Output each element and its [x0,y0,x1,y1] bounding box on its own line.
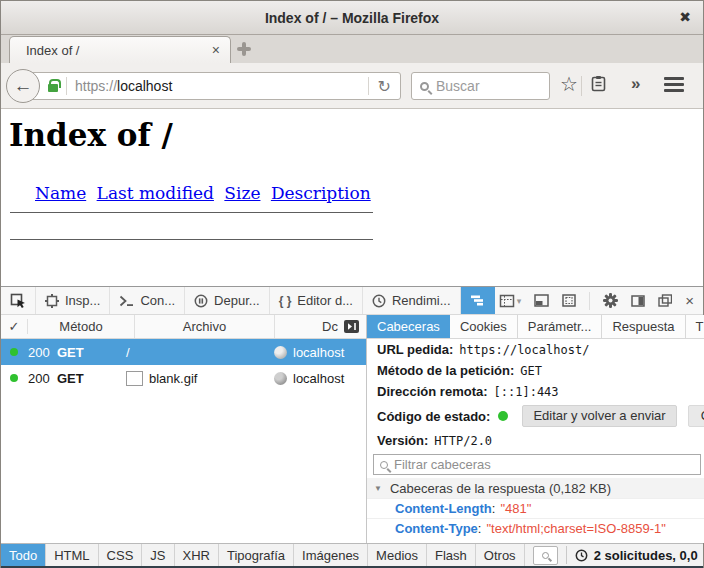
split-console-button[interactable] [534,294,549,307]
request-domain: localhost [293,345,344,360]
chevron-down-icon: ▾ [517,296,522,306]
devtools-toolbar: Insp... Con... Depur... { } Editor d... … [1,286,703,315]
reload-icon[interactable]: ↻ [369,77,400,96]
devtools-settings-button[interactable] [603,293,618,308]
filter-xhr[interactable]: XHR [175,544,219,566]
header-row[interactable]: Content-Type : "text/html;charset=ISO-88… [367,518,704,538]
debugger-pause-icon [194,294,208,308]
hamburger-menu-icon[interactable] [664,77,684,80]
response-headers-section[interactable]: ▼ Cabeceras de la respuesta (0,182 KB) [367,478,704,498]
tab-headers[interactable]: Cabeceras [367,315,450,338]
globe-icon [274,372,287,385]
method-label: Método de la petición: [377,363,514,378]
bookmarks-menu-icon[interactable] [591,75,606,92]
network-request-list: ✓ Método Archivo Dc 200 GET / localhost … [1,315,367,543]
request-row[interactable]: 200 GET / localhost [1,339,366,365]
url-bar[interactable]: https://localhost ↻ [23,72,401,100]
url-host: localhost [117,78,172,94]
link-name[interactable]: Name [35,183,86,203]
tab-close-icon[interactable]: × [212,42,220,58]
tab-response[interactable]: Respuesta [602,315,685,338]
new-tab-button[interactable] [237,42,251,56]
network-column-headers: ✓ Método Archivo Dc [1,315,366,339]
browser-tab[interactable]: Index of / × [9,36,231,63]
tab-network-active[interactable] [461,287,495,314]
bookmark-star-icon[interactable]: ☆ [560,72,578,96]
tab-debugger[interactable]: Depur... [185,287,270,314]
stopwatch-icon [372,294,386,308]
overflow-chevron-icon[interactable]: » [631,74,640,94]
toggle-details-pane-button[interactable] [344,320,366,333]
title-bar: Index of / – Mozilla Firefox ✖ [1,1,703,35]
tab-performance[interactable]: Rendimi... [363,287,461,314]
requests-summary-text: 2 solicitudes, 0,0 [594,548,698,563]
frames-select-button[interactable]: ▾ [499,294,522,308]
status-code-label: Código de estado: [377,409,490,424]
request-row[interactable]: 200 GET blank.gif localhost [1,365,366,391]
back-button[interactable]: ← [6,69,40,103]
column-status[interactable]: ✓ [1,319,27,334]
page-content: Index of / Name Last modified Size Descr… [1,109,703,286]
window-title: Index of / – Mozilla Firefox [265,10,439,26]
undock-window-button[interactable] [658,294,672,307]
responsive-mode-button[interactable] [562,294,576,307]
tab-cookies[interactable]: Cookies [450,315,518,338]
filter-fonts[interactable]: Tipografía [219,544,294,566]
window-close-icon[interactable]: ✖ [679,9,691,25]
tab-timings[interactable]: T [686,315,704,338]
request-method: GET [57,371,126,386]
gear-icon [603,293,618,308]
filter-all[interactable]: Todo [1,544,46,566]
link-last-modified[interactable]: Last modified [97,183,214,203]
filter-other[interactable]: Otros [476,544,525,566]
filter-media[interactable]: Medios [368,544,427,566]
filter-headers-input[interactable] [394,457,694,472]
filter-css[interactable]: CSS [99,544,143,566]
filter-js[interactable]: JS [142,544,174,566]
tab-debugger-label: Depur... [214,293,260,308]
filter-flash[interactable]: Flash [427,544,476,566]
search-requests-button[interactable] [533,546,558,565]
collapse-triangle-icon: ▼ [374,484,382,493]
tab-inspector[interactable]: Insp... [36,287,110,314]
filter-headers-box[interactable] [373,454,701,475]
toolbar-divider [581,76,582,96]
search-icon [420,82,429,91]
edit-resend-button[interactable]: Editar y volver a enviar [522,405,676,427]
network-filter-bar: Todo HTML CSS JS XHR Tipografía Imágenes… [1,543,703,568]
request-details-panel: Cabeceras Cookies Parámetr... Respuesta … [367,315,704,543]
clipped-button[interactable]: C [688,405,704,427]
devtools-close-icon[interactable]: × [685,292,694,309]
filter-images[interactable]: Imágenes [294,544,368,566]
requests-summary: 2 solicitudes, 0,0 [567,544,698,566]
network-waterfall-icon [470,294,486,307]
column-domain[interactable]: Dc [274,315,344,338]
header-row[interactable]: Content-Length : "481" [367,498,704,518]
braces-icon: { } [279,294,292,308]
index-header-links: Name Last modified Size Description [35,183,703,203]
column-file[interactable]: Archivo [134,315,274,338]
url-scheme: https:// [75,78,117,94]
link-description[interactable]: Description [271,183,371,203]
tab-style-editor[interactable]: { } Editor d... [270,287,363,314]
tab-params[interactable]: Parámetr... [518,315,603,338]
search-input[interactable] [436,78,526,94]
response-headers-title: Cabeceras de la respuesta (0,182 KB) [390,481,611,496]
link-size[interactable]: Size [224,183,260,203]
header-colon: : [492,501,496,516]
horizontal-rule [10,239,373,240]
column-method[interactable]: Método [27,319,134,334]
tab-console[interactable]: Con... [110,287,185,314]
frames-icon [499,294,515,308]
header-value: "text/html;charset=ISO-8859-1" [486,521,665,536]
header-colon: : [478,521,482,536]
dock-side-button[interactable] [631,295,645,307]
url-value: https://localhost/ [459,343,589,357]
responsive-mode-icon [562,294,576,307]
undock-window-icon [658,294,672,307]
pick-element-button[interactable] [1,287,36,314]
search-icon [542,552,549,559]
dock-side-icon [631,295,645,307]
filter-html[interactable]: HTML [46,544,98,566]
search-bar[interactable] [411,72,550,100]
